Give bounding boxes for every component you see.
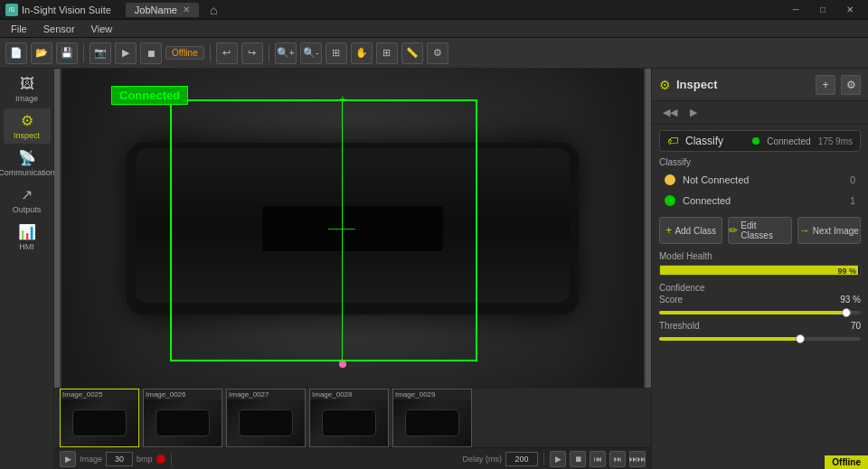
delay-label: Delay (ms) xyxy=(462,455,502,464)
thumbnail-0027[interactable]: Image_0027 xyxy=(226,389,306,447)
next-image-button[interactable]: → Next Image xyxy=(797,217,861,244)
status-label: Offline xyxy=(832,457,861,467)
sidebar-label-communication: Communication xyxy=(0,168,55,177)
toolbar-fit-btn[interactable]: ⊞ xyxy=(326,42,347,64)
toolbar-open-btn[interactable]: 📂 xyxy=(31,42,52,64)
toolbar-redo-btn[interactable]: ↪ xyxy=(241,42,263,64)
threshold-row: Threshold 70 xyxy=(659,321,861,331)
toolbar-grid-btn[interactable]: ⊞ xyxy=(376,42,398,64)
inspect-panel-icon: ⚙ xyxy=(659,78,671,92)
nav-back-btn[interactable]: ◀◀ xyxy=(659,105,681,120)
class-item-not-connected[interactable]: Not Connected 0 xyxy=(659,171,861,189)
score-slider[interactable] xyxy=(659,306,861,319)
thumbnail-0025[interactable]: Image_0025 xyxy=(60,389,139,447)
sidebar-item-inspect[interactable]: ⚙ Inspect xyxy=(4,108,51,144)
menu-view[interactable]: View xyxy=(84,22,120,36)
confidence-label: Confidence xyxy=(659,283,705,293)
titlebar: iS In-Sight Vision Suite JobName ✕ ⌂ ─ □… xyxy=(0,0,868,20)
next-frame-btn[interactable]: ⏭ xyxy=(609,451,626,467)
model-health-label: Model Health xyxy=(659,251,861,261)
sidebar-item-image[interactable]: 🖼 Image xyxy=(4,72,51,107)
menubar: File Sensor View xyxy=(0,20,868,38)
record-indicator xyxy=(156,455,165,464)
thumbnail-0028[interactable]: Image_0028 xyxy=(309,389,389,447)
toolbar-new-btn[interactable]: 📄 xyxy=(5,42,27,64)
ctrl-sep-1 xyxy=(171,453,172,465)
toolbar-pan-btn[interactable]: ✋ xyxy=(351,42,373,64)
toolbar: 📄 📂 💾 📷 ▶ ⏹ Offline ↩ ↪ 🔍+ 🔍- ⊞ ✋ ⊞ 📏 ⚙ xyxy=(0,38,868,69)
toolbar-undo-btn[interactable]: ↩ xyxy=(216,42,238,64)
sidebar-item-communication[interactable]: 📡 Communication xyxy=(4,145,51,181)
score-thumb[interactable] xyxy=(842,308,851,317)
toolbar-sep-2 xyxy=(210,44,211,62)
class-count-connected: 1 xyxy=(837,195,855,206)
statusbar: Offline xyxy=(825,455,868,469)
prev-frame-btn[interactable]: ⏮ xyxy=(590,451,606,467)
right-panel: ⚙ Inspect + ⚙ ◀◀ ▶ 🏷 Classify Connected … xyxy=(651,69,868,469)
thumb-label-0026: Image_0026 xyxy=(144,389,222,399)
toolbar-zoom-out-btn[interactable]: 🔍- xyxy=(300,42,322,64)
thumbnail-controls: ▶ Image bmp Delay (ms) ▶ ⏹ ⏮ ⏭ ⏭⏭ xyxy=(54,447,651,469)
sidebar-label-inspect: Inspect xyxy=(14,131,40,140)
threshold-track-fill xyxy=(659,337,800,341)
tab-close-icon[interactable]: ✕ xyxy=(183,5,190,14)
threshold-label: Threshold xyxy=(659,321,699,331)
sidebar-item-outputs[interactable]: ↗ Outputs xyxy=(4,183,51,218)
inspect-icon: ⚙ xyxy=(21,112,33,129)
main-layout: 🖼 Image ⚙ Inspect 📡 Communication ↗ Outp… xyxy=(0,69,868,469)
thumb-img-0029 xyxy=(393,399,471,446)
frame-input[interactable] xyxy=(106,452,133,466)
canvas-container[interactable]: + Connected xyxy=(54,69,651,388)
home-icon[interactable]: ⌂ xyxy=(210,3,217,17)
toolbar-measure-btn[interactable]: 📏 xyxy=(401,42,423,64)
right-panel-title: Inspect xyxy=(676,78,810,91)
delay-input[interactable] xyxy=(505,452,538,466)
edit-classes-button[interactable]: ✏ Edit Classes xyxy=(728,217,791,244)
right-panel-settings-btn[interactable]: ⚙ xyxy=(841,75,861,95)
maximize-button[interactable]: □ xyxy=(810,3,835,17)
thumbnails-panel: Image_0025 Image_0026 Image_0027 Image_0… xyxy=(54,388,651,469)
last-frame-btn[interactable]: ⏭⏭ xyxy=(629,451,646,467)
thumbnail-0026[interactable]: Image_0026 xyxy=(143,389,222,447)
toolbar-stop-btn[interactable]: ⏹ xyxy=(140,42,162,64)
toolbar-run-btn[interactable]: ▶ xyxy=(115,42,137,64)
app-title: In-Sight Vision Suite xyxy=(22,5,111,15)
thumb-img-0025 xyxy=(61,399,138,446)
toolbar-settings-btn[interactable]: ⚙ xyxy=(427,42,448,64)
menu-sensor[interactable]: Sensor xyxy=(36,22,82,36)
score-value: 93 % xyxy=(840,295,861,305)
model-health-section: Model Health 99 % xyxy=(659,251,861,276)
image-icon: 🖼 xyxy=(20,76,34,92)
edit-classes-icon: ✏ xyxy=(729,224,738,237)
threshold-value: 70 xyxy=(851,321,861,331)
toolbar-camera-btn[interactable]: 📷 xyxy=(90,42,111,64)
menu-file[interactable]: File xyxy=(4,22,34,36)
threshold-thumb[interactable] xyxy=(796,334,805,343)
score-label: Score xyxy=(659,295,683,305)
sidebar-item-hmi[interactable]: 📊 HMI xyxy=(4,220,51,255)
next-image-icon: → xyxy=(799,224,810,237)
play-single-btn[interactable]: ▶ xyxy=(550,451,566,467)
sidebar: 🖼 Image ⚙ Inspect 📡 Communication ↗ Outp… xyxy=(0,69,54,469)
thumb-label-0027: Image_0027 xyxy=(227,389,305,399)
class-item-connected[interactable]: Connected 1 xyxy=(659,192,861,210)
tab-label: JobName xyxy=(135,5,177,15)
classify-name: Classify xyxy=(685,135,745,147)
ctrl-sep-2 xyxy=(543,453,544,465)
class-radio-not-connected xyxy=(665,174,675,185)
stop-btn[interactable]: ⏹ xyxy=(570,451,586,467)
thumbnail-0029[interactable]: Image_0029 xyxy=(392,389,472,447)
add-class-button[interactable]: + Add Class xyxy=(659,217,722,244)
close-button[interactable]: ✕ xyxy=(837,3,863,17)
threshold-slider[interactable] xyxy=(659,333,861,345)
toolbar-save-btn[interactable]: 💾 xyxy=(56,42,78,64)
confidence-header: Confidence xyxy=(659,283,861,293)
nav-fwd-btn[interactable]: ▶ xyxy=(686,105,701,120)
right-panel-add-btn[interactable]: + xyxy=(816,75,835,95)
score-row: Score 93 % xyxy=(659,295,861,305)
play-button[interactable]: ▶ xyxy=(60,451,76,467)
classify-block[interactable]: 🏷 Classify Connected 175 9ms xyxy=(659,130,861,152)
minimize-button[interactable]: ─ xyxy=(783,3,808,17)
toolbar-zoom-in-btn[interactable]: 🔍+ xyxy=(275,42,297,64)
tab[interactable]: JobName ✕ xyxy=(126,3,199,17)
